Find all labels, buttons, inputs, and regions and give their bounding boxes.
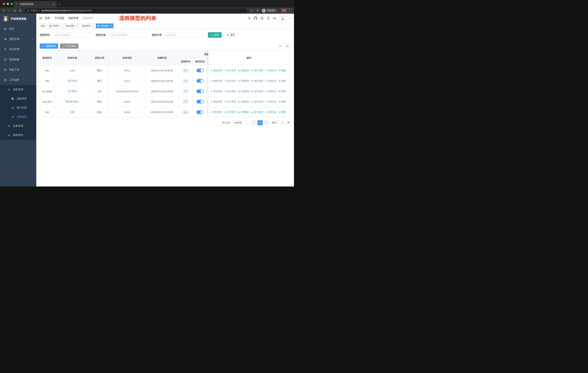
action-design-link[interactable]: 设计流程 — [224, 80, 236, 82]
sidebar-item-user-group[interactable]: 用户分组 — [0, 103, 36, 112]
action-delete-link[interactable]: 删除 — [279, 69, 286, 72]
process-category-select[interactable]: 流程分类 — [164, 32, 205, 38]
import-process-button[interactable]: 导入流程 — [60, 43, 78, 49]
process-name-link[interactable]: 测试多审批人 — [65, 100, 79, 103]
active-toggle[interactable] — [197, 90, 204, 93]
security-warning-icon[interactable] — [27, 10, 29, 12]
action-definition-link[interactable]: 流程定义 — [265, 111, 277, 114]
reload-icon[interactable] — [13, 9, 17, 12]
avatar[interactable] — [279, 15, 286, 22]
sidebar-item-process-form[interactable]: 流程表单 — [0, 94, 36, 103]
page-size-select[interactable]: 10条/页 — [232, 120, 248, 125]
tab-close-icon[interactable]: ✕ — [53, 3, 55, 6]
action-definition-link[interactable]: 流程定义 — [265, 100, 277, 103]
page-number-button[interactable]: 1 — [258, 120, 263, 125]
action-deploy-link[interactable]: 发布流程 — [251, 80, 263, 82]
address-bar[interactable]: 不安全 | dashboard.yudao.iocoder.cn/bpm/man… — [25, 8, 247, 13]
action-assign-link[interactable]: 分配规则 — [238, 80, 249, 82]
breadcrumb-workflow[interactable]: 工作流程 — [54, 17, 64, 20]
active-toggle[interactable] — [197, 100, 204, 103]
show-search-button[interactable] — [278, 44, 283, 49]
sidebar-collapse-icon[interactable] — [39, 16, 42, 20]
action-definition-link[interactable]: 流程定义 — [265, 90, 277, 93]
tag-home[interactable]: 首页 — [39, 23, 47, 28]
sidebar-item-leave-query[interactable]: 请假查询 — [0, 131, 36, 140]
caret-down-icon[interactable] — [289, 17, 291, 19]
github-icon[interactable] — [254, 17, 257, 20]
window-controls[interactable] — [3, 3, 13, 5]
action-deploy-link[interactable]: 发布流程 — [251, 111, 263, 114]
reset-button[interactable]: 重置 — [224, 32, 238, 38]
prev-page-button[interactable] — [251, 120, 256, 125]
active-toggle[interactable] — [197, 110, 204, 114]
browser-menu-icon[interactable] — [288, 9, 290, 12]
search-button[interactable]: 搜索 — [208, 32, 222, 38]
sidebar-item-payment[interactable]: ¥ 支付管理 — [0, 44, 36, 54]
sidebar-item-task-manage[interactable]: 任务管理 — [0, 121, 36, 131]
goto-page-input[interactable] — [278, 120, 286, 125]
action-assign-link[interactable]: 分配规则 — [238, 90, 249, 93]
bookmark-star-icon[interactable] — [256, 9, 260, 12]
process-name-link[interactable]: OA 请假 — [68, 90, 77, 93]
close-icon[interactable]: ✕ — [59, 25, 61, 27]
form-info-link[interactable]: biubiu — [124, 69, 130, 72]
active-toggle[interactable] — [197, 69, 204, 72]
tag-tenant[interactable]: 租户管理✕ — [48, 23, 63, 28]
action-delete-link[interactable]: 删除 — [279, 80, 286, 82]
action-delete-link[interactable]: 删除 — [279, 90, 286, 93]
browser-update-button[interactable]: 更新 — [280, 8, 292, 13]
tag-process-form[interactable]: 流程表单✕ — [80, 23, 95, 28]
process-name-link[interactable]: 滔博 — [70, 111, 75, 114]
close-icon[interactable]: ✕ — [91, 25, 93, 27]
sidebar-item-process-manage[interactable]: 流程管理 — [0, 85, 36, 94]
close-icon[interactable]: ✕ — [110, 25, 112, 27]
close-window-button[interactable] — [3, 3, 5, 5]
help-icon[interactable] — [260, 17, 263, 20]
process-key-input[interactable] — [52, 32, 91, 38]
form-info-link[interactable]: biubiu — [124, 80, 130, 82]
action-edit-link[interactable]: 修改流程 — [210, 80, 222, 82]
close-icon[interactable]: ✕ — [75, 25, 77, 27]
maximize-window-button[interactable] — [10, 3, 13, 5]
action-design-link[interactable]: 设计流程 — [224, 90, 236, 93]
tag-my-process[interactable]: 我的流程✕ — [64, 23, 79, 28]
action-deploy-link[interactable]: 发布流程 — [251, 90, 263, 93]
action-edit-link[interactable]: 修改流程 — [210, 90, 222, 93]
fullscreen-icon[interactable] — [267, 17, 270, 20]
action-deploy-link[interactable]: 发布流程 — [251, 100, 263, 103]
action-assign-link[interactable]: 分配规则 — [238, 111, 249, 114]
new-tab-button[interactable]: + — [59, 2, 61, 6]
process-name-input[interactable] — [108, 32, 147, 38]
action-assign-link[interactable]: 分配规则 — [238, 100, 249, 103]
form-info-link[interactable]: biubiu — [124, 100, 130, 103]
minimize-window-button[interactable] — [7, 3, 9, 5]
tag-process-model[interactable]: 流程模型✕ — [96, 23, 113, 28]
process-name-link[interactable]: eeee — [70, 69, 75, 72]
action-design-link[interactable]: 设计流程 — [224, 69, 236, 72]
sidebar-item-infra[interactable]: 基础设施 — [0, 54, 36, 65]
sidebar-item-workflow[interactable]: 工作流程 — [0, 75, 36, 85]
action-design-link[interactable]: 设计流程 — [224, 100, 236, 103]
action-edit-link[interactable]: 修改流程 — [210, 69, 222, 72]
key-icon[interactable] — [250, 9, 254, 12]
breadcrumb-process-manage[interactable]: 流程管理 — [68, 17, 79, 20]
create-process-button[interactable]: 新建流程 — [40, 43, 58, 49]
active-toggle[interactable] — [197, 79, 204, 83]
action-definition-link[interactable]: 流程定义 — [265, 80, 277, 82]
browser-tab[interactable]: 芋道管理系统 ✕ — [14, 1, 57, 8]
action-assign-link[interactable]: 分配规则 — [238, 69, 249, 72]
form-info-link[interactable]: /bpm/oa/leave/create — [116, 90, 138, 93]
action-delete-link[interactable]: 删除 — [279, 100, 286, 103]
sidebar-item-home[interactable]: 首页 — [0, 24, 36, 34]
back-icon[interactable] — [2, 9, 6, 12]
process-name-link[interactable]: 自己审批 — [68, 79, 77, 82]
action-delete-link[interactable]: 删除 — [279, 111, 286, 114]
sidebar-item-process-model[interactable]: 流程模型 — [0, 112, 36, 121]
form-info-link[interactable]: biubiu — [124, 111, 130, 113]
forward-icon[interactable] — [7, 9, 11, 12]
font-size-icon[interactable]: тT — [273, 17, 276, 20]
sidebar-item-system[interactable]: 系统管理 — [0, 34, 36, 44]
action-deploy-link[interactable]: 发布流程 — [251, 69, 263, 72]
refresh-button[interactable] — [285, 44, 290, 49]
action-edit-link[interactable]: 修改流程 — [210, 111, 222, 114]
